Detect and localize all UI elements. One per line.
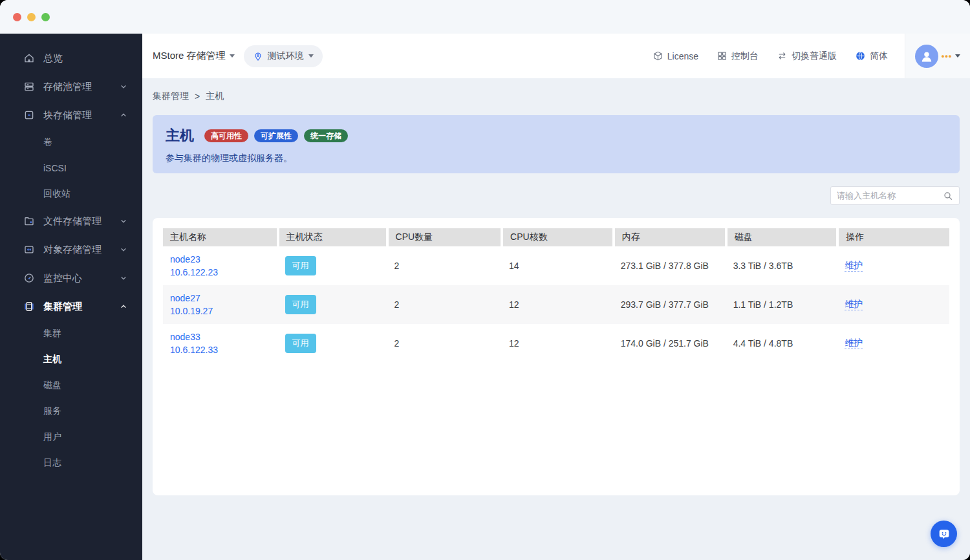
page-title: 主机 [166,126,194,145]
sidebar-sub-label: 磁盘 [43,380,61,391]
app-title-dropdown[interactable]: MStore 存储管理 [153,50,235,62]
user-menu-dots: ••• [942,52,953,60]
sidebar-item-overview[interactable]: 总览 [0,44,142,72]
host-ip-link[interactable]: 10.0.19.27 [170,305,271,318]
memory-cell: 273.1 GiB / 377.8 GiB [614,246,726,285]
sidebar-item-block-storage[interactable]: 块存储管理 [0,101,142,129]
object-storage-icon [23,244,35,255]
table-header-row: 主机名称 主机状态 CPU数量 CPU核数 内存 磁盘 操作 [163,228,949,246]
search-icon[interactable] [943,191,953,201]
cpu-cores-cell: 12 [502,285,614,324]
sidebar-item-volumes[interactable]: 卷 [0,129,142,155]
cpu-cores-cell: 14 [502,246,614,285]
monitor-gauge-icon [23,272,35,284]
switch-arrows-icon [777,50,788,61]
sidebar-item-logs[interactable]: 日志 [0,450,142,476]
close-window-button[interactable] [13,13,21,21]
chevron-down-icon [119,217,128,226]
table-row: node23 10.6.122.23 可用 2 14 273.1 GiB / 3… [163,246,949,285]
breadcrumb: 集群管理 > 主机 [153,91,960,102]
sidebar-item-disks[interactable]: 磁盘 [0,372,142,398]
badge-scalability: 可扩展性 [254,129,298,142]
sidebar-item-users[interactable]: 用户 [0,424,142,450]
column-header-cpu-count: CPU数量 [387,228,502,246]
top-header-bar: MStore 存储管理 测试环境 License 控制台 [142,34,970,78]
sidebar-sub-label: 卷 [43,136,52,148]
host-name-link[interactable]: node33 [170,330,271,343]
sidebar-sub-label: 回收站 [43,188,70,200]
search-input[interactable] [837,191,943,200]
sidebar-item-label: 存储池管理 [43,81,119,93]
sidebar-sub-label: 主机 [43,354,61,365]
breadcrumb-current: 主机 [206,91,224,102]
host-ip-link[interactable]: 10.6.122.23 [170,266,271,279]
sidebar-item-label: 对象存储管理 [43,244,119,256]
window-controls [13,13,50,21]
license-button[interactable]: License [652,50,698,61]
storage-pool-icon [23,81,35,92]
chevron-down-icon [308,54,314,58]
host-ip-link[interactable]: 10.6.122.33 [170,343,271,356]
disk-cell: 4.4 TiB / 4.8TB [726,324,838,363]
chevron-up-icon [119,302,128,311]
table-row: node27 10.0.19.27 可用 2 12 293.7 GiB / 37… [163,285,949,324]
maintain-action-link[interactable]: 维护 [845,338,863,349]
sidebar-item-object-storage[interactable]: 对象存储管理 [0,235,142,264]
host-name-link[interactable]: node27 [170,292,271,305]
cpu-count-cell: 2 [387,285,502,324]
page-description: 参与集群的物理或虚拟服务器。 [166,153,947,164]
sidebar-sub-label: 日志 [43,457,61,469]
switch-edition-label: 切换普通版 [792,50,837,62]
status-badge: 可用 [285,256,316,275]
sidebar-item-recycle-bin[interactable]: 回收站 [0,181,142,207]
chat-support-button[interactable] [931,521,957,547]
cpu-count-cell: 2 [387,246,502,285]
sidebar-item-label: 块存储管理 [43,109,119,122]
switch-edition-button[interactable]: 切换普通版 [777,50,837,62]
disk-cell: 3.3 TiB / 3.6TB [726,246,838,285]
sidebar-item-label: 集群管理 [43,301,119,313]
breadcrumb-separator: > [195,91,200,102]
sidebar-sub-label: 集群 [43,328,61,339]
chevron-down-icon [955,54,960,58]
column-header-cpu-cores: CPU核数 [502,228,614,246]
table-row: node33 10.6.122.33 可用 2 12 174.0 GiB / 2… [163,324,949,363]
console-button[interactable]: 控制台 [717,50,759,62]
sidebar-item-label: 文件存储管理 [43,215,119,228]
chevron-up-icon [119,111,128,120]
column-header-disk: 磁盘 [726,228,838,246]
breadcrumb-parent[interactable]: 集群管理 [153,91,189,102]
sidebar-item-label: 总览 [43,52,128,65]
globe-icon [855,50,866,61]
sidebar-item-hosts[interactable]: 主机 [0,347,142,372]
chevron-down-icon [230,54,235,58]
environment-label: 测试环境 [268,50,304,62]
sidebar-item-file-storage[interactable]: 文件存储管理 [0,207,142,235]
memory-cell: 174.0 GiB / 251.7 GiB [614,324,726,363]
sidebar-item-iscsi[interactable]: iSCSI [0,155,142,181]
sidebar-item-storage-pool[interactable]: 存储池管理 [0,72,142,101]
home-icon [23,52,35,64]
host-name-link[interactable]: node23 [170,253,271,266]
sidebar-item-cluster[interactable]: 集群 [0,321,142,347]
badge-unified-storage: 统一存储 [304,129,348,142]
disk-cell: 1.1 TiB / 1.2TB [726,285,838,324]
main-content: 集群管理 > 主机 主机 高可用性 可扩展性 统一存储 参与集群的物理或虚拟服务… [142,78,970,560]
language-button[interactable]: 简体 [855,50,888,62]
status-badge: 可用 [285,334,316,353]
user-icon [919,48,934,64]
window-title-bar [0,0,970,34]
minimize-window-button[interactable] [27,13,36,21]
sidebar-item-services[interactable]: 服务 [0,398,142,424]
environment-selector[interactable]: 测试环境 [244,45,323,67]
maximize-window-button[interactable] [41,13,50,21]
location-pin-icon [253,51,263,61]
sidebar-item-monitor-center[interactable]: 监控中心 [0,264,142,292]
sidebar-sub-label: 用户 [43,431,61,443]
user-menu[interactable]: ••• [905,34,970,78]
maintain-action-link[interactable]: 维护 [845,299,863,310]
sidebar-item-cluster-management[interactable]: 集群管理 [0,292,142,321]
sidebar-sub-label: iSCSI [43,163,67,173]
avatar [915,45,938,68]
maintain-action-link[interactable]: 维护 [845,260,863,272]
